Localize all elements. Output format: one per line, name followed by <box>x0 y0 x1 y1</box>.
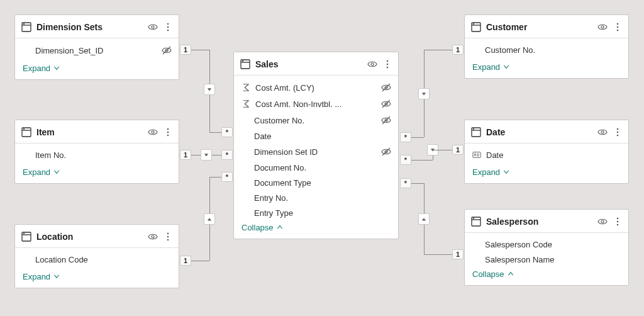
field-row[interactable]: Location Code <box>15 252 179 267</box>
cardinality-many: * <box>221 150 233 160</box>
table-date[interactable]: Date Date Expand <box>464 120 629 184</box>
more-options-icon[interactable] <box>613 21 622 33</box>
field-row[interactable]: Salesperson Code <box>465 237 628 252</box>
visibility-toggle-icon[interactable] <box>597 216 608 227</box>
cardinality-many: * <box>221 127 233 137</box>
table-header[interactable]: Salesperson <box>465 210 628 233</box>
sigma-icon <box>240 83 252 92</box>
table-header[interactable]: Dimension Sets <box>15 15 179 38</box>
cardinality-one: 1 <box>452 249 464 259</box>
table-salesperson[interactable]: Salesperson Salesperson Code Salesperson… <box>464 209 629 286</box>
filter-direction-icon[interactable] <box>418 213 430 225</box>
cardinality-one: 1 <box>180 256 191 266</box>
field-row[interactable]: Dimension Set ID <box>234 144 398 160</box>
connector-line <box>191 50 209 50</box>
chevron-down-icon <box>53 273 60 282</box>
visibility-toggle-icon[interactable] <box>147 21 158 33</box>
table-title: Dimension Sets <box>36 22 142 32</box>
connector-line <box>209 132 222 133</box>
field-row[interactable]: Cost Amt. (LCY) <box>234 79 398 96</box>
table-icon <box>240 59 250 69</box>
chevron-up-icon <box>276 223 284 233</box>
table-sales[interactable]: Sales Cost Amt. (LCY) Cost Amt. Non-Invt… <box>233 52 399 239</box>
table-icon <box>21 22 31 32</box>
text-type-icon <box>471 150 482 159</box>
visibility-toggle-icon[interactable] <box>147 127 158 138</box>
more-options-icon[interactable] <box>164 127 172 138</box>
field-row[interactable]: Customer No. <box>234 112 398 128</box>
table-body: Salesperson Code Salesperson Name Collap… <box>465 233 628 285</box>
more-options-icon[interactable] <box>164 21 172 33</box>
expand-button[interactable]: Expand <box>15 59 179 79</box>
visibility-toggle-icon[interactable] <box>597 127 608 138</box>
cardinality-many: * <box>221 172 233 182</box>
field-label: Item No. <box>35 150 172 160</box>
table-title: Salesperson <box>486 217 592 227</box>
field-row[interactable]: Document No. <box>234 160 398 175</box>
table-header[interactable]: Sales <box>234 52 398 76</box>
sales-field-scroll[interactable]: Cost Amt. (LCY) Cost Amt. Non-Invtbl. ..… <box>234 79 398 220</box>
field-row[interactable]: Cost Amt. Non-Invtbl. ... <box>234 96 398 112</box>
more-options-icon[interactable] <box>164 231 172 242</box>
visibility-toggle-icon[interactable] <box>367 59 378 70</box>
cardinality-one: 1 <box>452 45 464 55</box>
hidden-field-icon[interactable] <box>380 146 392 157</box>
chevron-down-icon <box>502 63 510 72</box>
table-customer[interactable]: Customer Customer No. Expand <box>464 14 629 79</box>
field-row[interactable]: Document Type <box>234 175 398 190</box>
expand-button[interactable]: Expand <box>15 162 179 183</box>
field-row[interactable]: Entry Type <box>234 205 398 220</box>
expand-button[interactable]: Expand <box>465 162 628 183</box>
filter-direction-icon[interactable] <box>201 149 212 161</box>
table-location[interactable]: Location Location Code Expand <box>14 224 179 288</box>
chevron-down-icon <box>502 168 510 178</box>
table-icon <box>471 127 481 137</box>
hidden-field-icon[interactable] <box>380 98 392 110</box>
field-row[interactable]: Customer No. <box>465 42 628 57</box>
more-options-icon[interactable] <box>613 216 622 227</box>
table-icon <box>471 22 481 32</box>
field-row[interactable]: Salesperson Name <box>465 252 628 267</box>
expand-button[interactable]: Expand <box>15 267 179 288</box>
hidden-field-icon[interactable] <box>161 45 172 56</box>
field-row[interactable]: Dimension_Set_ID <box>15 42 179 59</box>
field-label: Location Code <box>35 255 172 264</box>
field-row[interactable]: Entry No. <box>234 190 398 205</box>
hidden-field-icon[interactable] <box>380 115 392 126</box>
more-options-icon[interactable] <box>383 59 392 70</box>
field-row[interactable]: Date <box>465 147 628 162</box>
table-title: Date <box>486 127 592 137</box>
chevron-up-icon <box>507 270 514 279</box>
more-options-icon[interactable] <box>613 127 622 138</box>
connector-line <box>209 177 222 178</box>
filter-direction-icon[interactable] <box>418 88 430 99</box>
table-dimension-sets[interactable]: Dimension Sets Dimension_Set_ID Expand <box>14 14 179 80</box>
cardinality-one: 1 <box>452 145 464 155</box>
visibility-toggle-icon[interactable] <box>147 231 158 242</box>
table-icon <box>471 217 481 227</box>
table-body: Cost Amt. (LCY) Cost Amt. Non-Invtbl. ..… <box>234 76 398 239</box>
collapse-button[interactable]: Collapse <box>234 220 398 239</box>
table-header[interactable]: Customer <box>465 15 628 38</box>
field-row[interactable]: Item No. <box>15 147 179 162</box>
table-header[interactable]: Date <box>465 120 628 144</box>
field-label: Dimension Set ID <box>254 147 377 157</box>
sigma-icon <box>240 99 252 108</box>
table-body: Date Expand <box>465 144 628 183</box>
expand-label: Expand <box>23 272 50 281</box>
expand-button[interactable]: Expand <box>465 57 628 78</box>
hidden-field-icon[interactable] <box>380 82 392 93</box>
field-label: Entry No. <box>254 193 392 203</box>
table-icon <box>21 232 31 242</box>
table-header[interactable]: Location <box>15 225 179 248</box>
table-header[interactable]: Item <box>15 120 179 144</box>
collapse-button[interactable]: Collapse <box>465 267 628 285</box>
filter-direction-icon[interactable] <box>204 84 215 95</box>
table-item[interactable]: Item Item No. Expand <box>14 120 179 184</box>
filter-direction-icon[interactable] <box>204 213 215 225</box>
field-label: Cost Amt. Non-Invtbl. ... <box>255 99 377 109</box>
field-label: Salesperson Name <box>485 255 622 264</box>
cardinality-many: * <box>400 132 411 142</box>
field-row[interactable]: Date <box>234 128 398 144</box>
visibility-toggle-icon[interactable] <box>597 21 608 33</box>
